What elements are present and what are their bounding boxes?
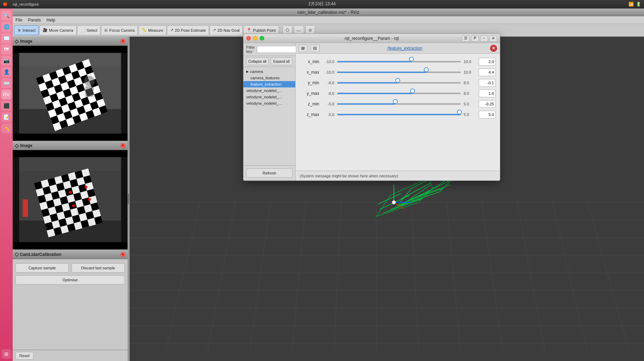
x-max-thumb[interactable]	[424, 67, 429, 72]
y-max-thumb[interactable]	[410, 88, 415, 93]
z-min-fill	[337, 103, 395, 105]
param-row-x-max: x_max -10.0 10.0 4.4	[300, 67, 496, 78]
discard-last-button[interactable]: Discard last sample	[72, 263, 125, 273]
tree-item-camera-features[interactable]: camera_features	[243, 75, 295, 81]
param-row-x-min: x_min -10.0 10.0 2.0	[300, 56, 496, 67]
image2-svg	[13, 150, 128, 249]
dock-photos[interactable]: 📷	[1, 56, 11, 66]
x-max-slider[interactable]	[337, 69, 461, 75]
collapse-all-button[interactable]: Collapse all	[246, 57, 268, 65]
y-min-thumb[interactable]	[395, 78, 400, 83]
x-max-minval: -10.0	[322, 70, 334, 74]
rqt-minus-button[interactable]: −	[480, 35, 488, 42]
image2-header: ◇ Image ✕	[13, 141, 128, 150]
y-min-slider[interactable]	[337, 80, 461, 86]
focus-camera-button[interactable]: ◎ Focus Camera	[101, 25, 138, 35]
svg-point-80	[85, 186, 87, 189]
apple-icon: 🍎	[3, 2, 8, 6]
dock-maps[interactable]: 🗺	[1, 44, 11, 54]
battery-icon: 🔋	[636, 2, 641, 7]
optimise-button[interactable]: Optimise	[16, 275, 125, 284]
rqt-p-button[interactable]: P	[471, 35, 479, 42]
rqt-left-panel: Filter key: Collapse all Expand all ▶ ca…	[243, 43, 296, 180]
y-max-value[interactable]: 1.6	[479, 90, 496, 97]
refresh-button[interactable]: Refresh	[246, 169, 292, 178]
rqt-minimize-button[interactable]	[253, 36, 258, 41]
dock-safari[interactable]: 🌐	[1, 22, 11, 32]
y-min-fill	[337, 82, 398, 84]
dock-contacts[interactable]: 👤	[1, 67, 11, 77]
x-min-label: x_min	[300, 59, 319, 64]
y-min-value[interactable]: -0.1	[479, 79, 496, 87]
z-min-track	[337, 103, 461, 105]
x-max-maxval: 10.0	[464, 70, 476, 74]
x-min-minval: -10.0	[322, 60, 334, 64]
rqt-close-button[interactable]	[246, 36, 251, 41]
measure-icon: 📏	[142, 28, 147, 32]
menu-panels[interactable]: Panels	[28, 18, 41, 23]
dock-pencil[interactable]: ✏️	[1, 123, 11, 133]
menu-file[interactable]: File	[16, 18, 22, 23]
menu-help[interactable]: Help	[47, 18, 55, 23]
image1-svg	[13, 46, 128, 141]
z-max-minval: -5.0	[322, 112, 334, 117]
z-max-slider[interactable]	[337, 111, 461, 118]
image2-close[interactable]: ✕	[120, 143, 125, 148]
x-max-value[interactable]: 4.4	[479, 68, 496, 76]
image1-close[interactable]: ✕	[120, 39, 125, 44]
z-max-thumb[interactable]	[457, 110, 462, 115]
interact-icon: 🖱	[17, 28, 21, 32]
dock-mail[interactable]: ✉️	[1, 33, 11, 43]
tree-item-velodyne-2[interactable]: velodyne_nodelet_...	[243, 94, 295, 100]
dock-rviz[interactable]: RV	[1, 90, 11, 99]
param-row-z-min: z_min -5.0 5.0 -0.25	[300, 99, 496, 109]
rqt-d-button[interactable]: D	[462, 35, 470, 42]
capture-sample-button[interactable]: Capture sample	[16, 263, 69, 273]
z-min-label: z_min	[300, 102, 319, 106]
x-min-slider[interactable]	[337, 59, 461, 65]
x-min-thumb[interactable]	[409, 57, 414, 62]
dock-finder[interactable]: 🔍	[1, 11, 11, 20]
measure-button[interactable]: 📏 Measure	[138, 25, 166, 35]
rqt-params-body: x_min -10.0 10.0 2.0 x_max -10.0	[296, 54, 500, 171]
camlid-close[interactable]: ✕	[120, 252, 125, 257]
rqt-x-button[interactable]: ✕	[489, 35, 497, 42]
x-min-fill	[337, 61, 411, 62]
z-min-slider[interactable]	[337, 101, 461, 107]
tree-item-camera[interactable]: ▶ camera	[243, 68, 295, 75]
rqt-title-right: D P − ✕	[462, 35, 497, 42]
letterbox-bottom	[13, 134, 128, 141]
x-max-track	[337, 72, 461, 73]
tree-item-feature-extraction[interactable]: feature_extraction	[243, 81, 295, 87]
dock-vscode[interactable]: 📝	[1, 112, 11, 122]
x-min-value[interactable]: 2.0	[479, 58, 496, 66]
z-max-maxval: 5.0	[464, 112, 476, 117]
pose-estimate-button[interactable]: ↗ 2D Pose Estimate	[167, 25, 209, 35]
camlid-body: Capture sample Discard last sample Optim…	[13, 259, 128, 289]
handle-grip	[128, 194, 129, 204]
nav-goal-button[interactable]: ↗ 2D Nav Goal	[210, 25, 243, 35]
letterbox2-bottom	[13, 242, 128, 249]
dock-xcode[interactable]: ⌨️	[1, 78, 11, 88]
param-path[interactable]: /feature_extraction	[322, 46, 487, 51]
param-header-btn-2[interactable]: ⊟	[310, 44, 320, 52]
tree-item-velodyne-3[interactable]: velodyne_nodelet_...	[243, 100, 295, 106]
z-min-value[interactable]: -0.25	[479, 100, 496, 108]
select-button[interactable]: ⬜ Select	[77, 25, 101, 35]
move-camera-button[interactable]: 🎥 Move Camera	[39, 25, 76, 35]
x-max-fill	[337, 72, 426, 73]
y-max-slider[interactable]	[337, 90, 461, 97]
dock-grid[interactable]: ⊞	[1, 349, 11, 359]
tree-item-velodyne-1[interactable]: velodyne_nodelet_...	[243, 87, 295, 94]
z-min-thumb[interactable]	[393, 99, 398, 104]
image2-title: Image	[20, 143, 32, 148]
z-max-value[interactable]: 5.0	[479, 111, 496, 118]
interact-button[interactable]: 🖱 Interact	[14, 25, 39, 35]
param-row-y-max: y_max -8.0 8.0 1.6	[300, 88, 496, 99]
param-close-button[interactable]: ✕	[490, 45, 497, 52]
expand-all-button[interactable]: Expand all	[271, 57, 293, 65]
rqt-maximize-button[interactable]	[260, 36, 264, 41]
dock-terminal[interactable]: ⬛	[1, 101, 11, 111]
reset-button[interactable]: Reset	[16, 352, 33, 360]
param-header-btn-1[interactable]: ⊞	[298, 44, 308, 52]
